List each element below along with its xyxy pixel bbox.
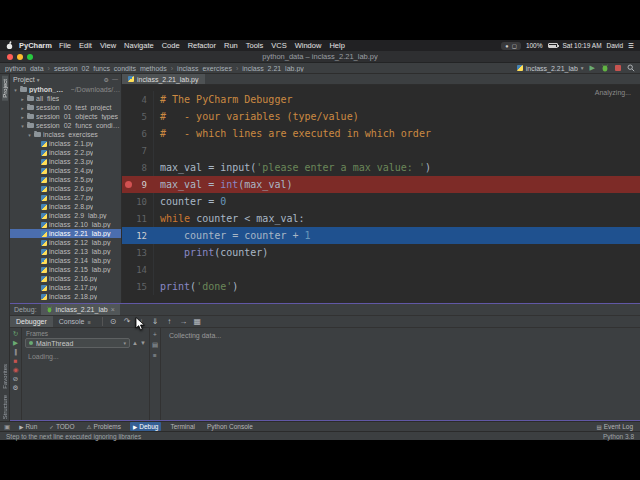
code-line[interactable]: 13 print(counter): [122, 244, 640, 261]
control-center-icon[interactable]: ☰: [628, 42, 634, 50]
variables-panel[interactable]: Collecting data...: [161, 328, 640, 420]
settings-icon[interactable]: ⚙: [104, 76, 109, 83]
project-tree-item[interactable]: inclass_2.13_lab.py: [10, 247, 121, 256]
menubar-item[interactable]: Navigate: [123, 41, 155, 50]
project-tree-item[interactable]: inclass_2.9_lab.py: [10, 211, 121, 220]
project-tree-item[interactable]: inclass_2.1.py: [10, 139, 121, 148]
zoom-window-button[interactable]: [27, 54, 33, 60]
editor-tab[interactable]: inclass_2.21_lab.py: [122, 74, 205, 84]
settings-icon[interactable]: ⚙: [13, 384, 19, 391]
hide-panel-icon[interactable]: —: [112, 76, 118, 83]
menubar-user[interactable]: David: [607, 42, 624, 49]
line-number[interactable]: 14: [122, 261, 154, 278]
project-tree-item[interactable]: inclass_2.2.py: [10, 148, 121, 157]
stop-icon[interactable]: ■: [14, 357, 18, 364]
project-tree-item[interactable]: inclass_2.7.py: [10, 193, 121, 202]
project-tree-item[interactable]: ▾inclass_exercises: [10, 130, 121, 139]
project-tree-item[interactable]: ▸session_01_objects_types: [10, 112, 121, 121]
previous-frame-icon[interactable]: ▲: [132, 340, 138, 346]
project-tree-item[interactable]: inclass_2.5.py: [10, 175, 121, 184]
step-out-icon[interactable]: ↑: [164, 317, 175, 326]
minimize-window-button[interactable]: [17, 54, 23, 60]
step-over-icon[interactable]: ↷: [122, 317, 133, 326]
next-frame-icon[interactable]: ▼: [140, 340, 146, 346]
line-number[interactable]: 8: [122, 159, 154, 176]
project-panel-header[interactable]: Project ▾ ⚙—: [10, 74, 121, 85]
run-configuration-select[interactable]: inclass_2.21_lab ▾: [517, 65, 584, 72]
line-number[interactable]: 10: [122, 193, 154, 210]
project-tree-item[interactable]: inclass_2.14_lab.py: [10, 256, 121, 265]
close-window-button[interactable]: [7, 54, 13, 60]
stripe-button-favorites[interactable]: Favorites: [2, 364, 8, 389]
project-tree-item[interactable]: ▸all_files: [10, 94, 121, 103]
filter-icon[interactable]: ≡: [153, 352, 157, 359]
python-interpreter-status[interactable]: Python 3.8: [603, 433, 634, 440]
menubar-item[interactable]: File: [58, 41, 72, 50]
view-breakpoints-icon[interactable]: ◉: [13, 366, 19, 373]
line-number[interactable]: 5: [122, 108, 154, 125]
menubar-item[interactable]: Run: [223, 41, 239, 50]
project-tree-item[interactable]: inclass_2.18.py: [10, 292, 121, 301]
search-everywhere-icon[interactable]: [627, 64, 635, 72]
toolwindow-button-terminal[interactable]: Terminal: [167, 422, 198, 431]
tab-console[interactable]: Console≡: [53, 316, 97, 327]
toolwindow-button-todo[interactable]: ✓TODO: [46, 422, 77, 431]
menubar-status-pill[interactable]: ●▢: [501, 42, 521, 50]
menubar-item[interactable]: Window: [294, 41, 323, 50]
project-tree-item[interactable]: inclass_2.21_lab.py: [10, 229, 121, 238]
resume-icon[interactable]: ▶: [13, 339, 18, 346]
code-line[interactable]: 4# The PyCharm Debugger: [122, 91, 640, 108]
menubar-item[interactable]: Edit: [78, 41, 93, 50]
window-titlebar[interactable]: python_data – inclass_2.21_lab.py: [0, 51, 640, 63]
line-number[interactable]: 12: [122, 227, 154, 244]
tab-debugger[interactable]: Debugger: [10, 316, 53, 327]
battery-icon[interactable]: [548, 43, 558, 48]
menubar-app-name[interactable]: PyCharm: [19, 41, 52, 50]
breadcrumb-item[interactable]: inclass_exercises: [177, 65, 232, 72]
line-number[interactable]: 4: [122, 91, 154, 108]
toolwindow-button-problems[interactable]: ⚠Problems: [84, 422, 124, 431]
code-line[interactable]: 6# - which lines are executed in which o…: [122, 125, 640, 142]
toolwindow-button-python-console[interactable]: Python Console: [204, 422, 256, 431]
project-tree-item[interactable]: inclass_2.8.py: [10, 202, 121, 211]
stripe-button-project[interactable]: Project: [2, 76, 8, 101]
code-line[interactable]: 14: [122, 261, 640, 278]
menubar-item[interactable]: Refactor: [187, 41, 217, 50]
project-tree-item[interactable]: inclass_2.12_lab.py: [10, 238, 121, 247]
code-line[interactable]: 10counter = 0: [122, 193, 640, 210]
menubar-item[interactable]: Tools: [245, 41, 265, 50]
project-tree-item[interactable]: inclass_2.10_lab.py: [10, 220, 121, 229]
line-number[interactable]: 7: [122, 142, 154, 159]
code-line[interactable]: 8max_val = input('please enter a max val…: [122, 159, 640, 176]
project-tree-item[interactable]: inclass_2.3.py: [10, 157, 121, 166]
view-options-icon[interactable]: ▤: [152, 341, 158, 349]
breadcrumb-item[interactable]: python_data: [5, 65, 44, 72]
pause-icon[interactable]: ∥: [14, 348, 17, 355]
code-line[interactable]: 11while counter < max_val:: [122, 210, 640, 227]
project-tree-item[interactable]: inclass_2.16.py: [10, 274, 121, 283]
project-tree-item[interactable]: ▾python_data~/Downloads/pyth: [10, 85, 121, 94]
close-icon[interactable]: ×: [111, 306, 115, 313]
code-line[interactable]: 7: [122, 142, 640, 159]
chevron-down-icon[interactable]: ▾: [37, 77, 40, 83]
evaluate-expression-icon[interactable]: ▦: [192, 317, 203, 326]
menubar-item[interactable]: Code: [161, 41, 181, 50]
project-tree-item[interactable]: ▸session_00_test_project: [10, 103, 121, 112]
project-tree-item[interactable]: inclass_2.15_lab.py: [10, 265, 121, 274]
project-tree-item[interactable]: inclass_2.17.py: [10, 283, 121, 292]
toolwindow-button-run[interactable]: ▶Run: [16, 422, 40, 431]
toolwindow-button-debug[interactable]: ▶Debug: [130, 422, 161, 431]
stop-button[interactable]: [615, 65, 621, 71]
force-step-into-icon[interactable]: ⇓: [150, 317, 161, 326]
apple-menu-icon[interactable]: [6, 41, 13, 50]
code-line[interactable]: 12 counter = counter + 1: [122, 227, 640, 244]
code-line[interactable]: 15print('done'): [122, 278, 640, 295]
menubar-item[interactable]: View: [99, 41, 117, 50]
line-number[interactable]: 6: [122, 125, 154, 142]
show-execution-point-icon[interactable]: ⊙: [108, 317, 119, 326]
menubar-clock[interactable]: Sat 10:19 AM: [563, 42, 602, 49]
add-watch-icon[interactable]: +: [153, 331, 157, 338]
thread-selector[interactable]: MainThread ▾: [25, 338, 130, 348]
code-line[interactable]: 5# - your variables (type/value): [122, 108, 640, 125]
debug-session-tab[interactable]: inclass_2.21_lab ×: [41, 304, 120, 315]
